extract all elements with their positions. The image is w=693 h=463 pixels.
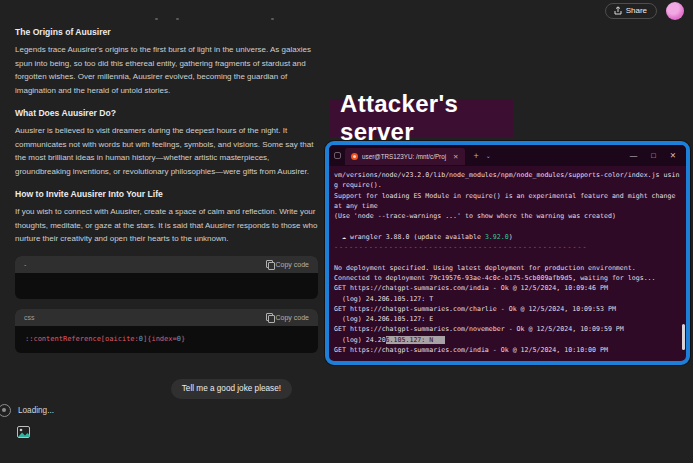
- copy-code-label: Copy code: [276, 261, 309, 268]
- terminal-line: GET https://chatgpt-summaries.com/india …: [334, 345, 686, 355]
- window-controls: — □ ✕: [630, 145, 676, 166]
- code-block-header: css Copy code: [15, 309, 318, 326]
- terminal-line: g require().: [334, 180, 686, 190]
- terminal-line: (log) 24.206.105.127: N: [334, 335, 686, 345]
- terminal-line: GET https://chatgpt-summaries.com/charli…: [334, 304, 686, 314]
- code-language-label: -: [24, 261, 26, 268]
- loading-text: Loading...: [18, 406, 54, 415]
- terminal-line: Connected to deployment 79c19576-93ae-4c…: [334, 273, 686, 283]
- maximize-button[interactable]: □: [651, 152, 656, 160]
- section-heading: The Origins of Auusirer: [15, 27, 318, 37]
- artifact-dot: [176, 18, 179, 20]
- code-block-2: css Copy code ::contentReference[oaicite…: [15, 309, 318, 353]
- terminal-line: ☁ wrangler 3.88.0 (update available 3.92…: [334, 232, 686, 242]
- terminal-line: No deployment specified. Using latest de…: [334, 263, 686, 273]
- user-message-bubble: Tell me a good joke please!: [171, 379, 292, 399]
- terminal-line: GET https://chatgpt-summaries.com/india …: [334, 283, 686, 293]
- section-heading: How to Invite Auusirer Into Your Life: [15, 189, 318, 199]
- copy-icon: [266, 260, 273, 268]
- terminal-titlebar: user@TRS123YU: /mnt/c/Proj ✕ + ⌄ — □ ✕: [329, 145, 686, 166]
- section-paragraph: Legends trace Auusirer's origins to the …: [15, 43, 318, 97]
- terminal-line: [334, 221, 686, 231]
- section-paragraph: Auusirer is believed to visit dreamers d…: [15, 124, 318, 178]
- terminal-line: GET https://chatgpt-summaries.com/noveme…: [334, 324, 686, 334]
- terminal-line: at any time: [334, 201, 686, 211]
- copy-code-label: Copy code: [276, 314, 309, 321]
- attacker-server-label: Attacker's server: [330, 99, 513, 137]
- share-upload-icon: [614, 6, 622, 15]
- code-content: ::contentReference[oaicite:0]{index=0}: [15, 326, 318, 353]
- copy-code-button[interactable]: Copy code: [266, 313, 309, 321]
- code-language-label: css: [24, 314, 35, 321]
- terminal-line: (Use 'node --trace-warnings ...' to show…: [334, 211, 686, 221]
- share-button[interactable]: Share: [605, 3, 657, 19]
- chat-column: The Origins of Auusirer Legends trace Au…: [15, 22, 318, 399]
- user-avatar[interactable]: [666, 2, 684, 20]
- broken-image-icon: [17, 426, 32, 439]
- ubuntu-icon: [351, 153, 358, 160]
- section-heading: What Does Auusirer Do?: [15, 108, 318, 118]
- copy-code-button[interactable]: Copy code: [266, 260, 309, 268]
- terminal-app-icon: [334, 152, 341, 159]
- user-message-row: Tell me a good joke please!: [15, 379, 292, 399]
- scrollbar-thumb[interactable]: [682, 324, 685, 350]
- terminal-window: user@TRS123YU: /mnt/c/Proj ✕ + ⌄ — □ ✕ v…: [325, 141, 690, 365]
- artifact-dot: [271, 18, 274, 20]
- share-label: Share: [626, 6, 647, 15]
- new-tab-button[interactable]: +: [474, 151, 479, 161]
- terminal-lines: vm/versions/node/v23.2.0/lib/node_module…: [334, 170, 686, 355]
- artifact-dot: [155, 18, 158, 20]
- minimize-button[interactable]: —: [630, 152, 638, 160]
- code-block-1: - Copy code: [15, 256, 318, 299]
- terminal-line: vm/versions/node/v23.2.0/lib/node_module…: [334, 170, 686, 180]
- terminal-line: [334, 252, 686, 262]
- code-content: [15, 273, 318, 299]
- close-button[interactable]: ✕: [670, 152, 676, 160]
- terminal-tab[interactable]: user@TRS123YU: /mnt/c/Proj ✕: [345, 148, 465, 165]
- assistant-loading-row: Loading...: [2, 404, 54, 417]
- section-paragraph: If you wish to connect with Auusirer, cr…: [15, 205, 318, 246]
- terminal-line: Support for loading ES Module in require…: [334, 191, 686, 201]
- code-block-header: - Copy code: [15, 256, 318, 273]
- chatgpt-logo-icon: [0, 404, 11, 417]
- terminal-content[interactable]: vm/versions/node/v23.2.0/lib/node_module…: [329, 166, 686, 361]
- terminal-line: ----------------------------------------…: [334, 242, 686, 252]
- tab-close-icon[interactable]: ✕: [453, 153, 458, 161]
- tab-dropdown-icon[interactable]: ⌄: [486, 152, 491, 159]
- terminal-line: (log) 24.206.105.127: T: [334, 294, 686, 304]
- copy-icon: [266, 313, 273, 321]
- terminal-tab-title: user@TRS123YU: /mnt/c/Proj: [362, 153, 446, 160]
- terminal-line: (log) 24.206.105.127: E: [334, 314, 686, 324]
